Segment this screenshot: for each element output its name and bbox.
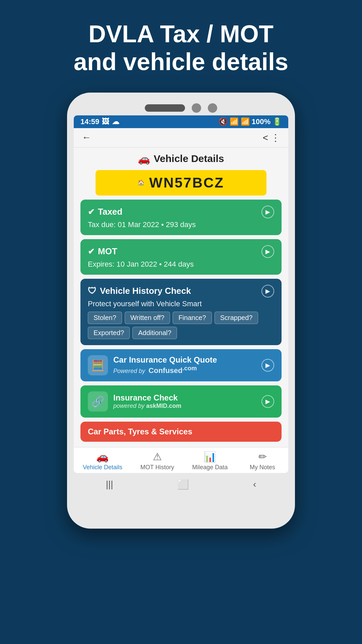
back-button[interactable]: ← bbox=[82, 132, 91, 143]
mot-title: MOT bbox=[98, 246, 117, 257]
taxed-title-left: ✔ Taxed bbox=[88, 207, 122, 217]
insurance-quote-text: Car Insurance Quick Quote Powered by Con… bbox=[113, 355, 256, 375]
bottom-recent-btn[interactable]: ||| bbox=[106, 479, 113, 490]
tab-vehicle-details-label: Vehicle Details bbox=[83, 464, 122, 471]
car-parts-card[interactable]: Car Parts, Tyres & Services bbox=[80, 422, 282, 442]
nav-bar: ← < ⋮ bbox=[74, 128, 288, 148]
notes-tab-icon: ✏ bbox=[258, 451, 267, 463]
mileage-tab-icon: 📊 bbox=[204, 451, 216, 463]
tab-vehicle-details[interactable]: 🚗 Vehicle Details bbox=[83, 451, 122, 471]
insurance-check-card[interactable]: 🔗 Insurance Check powered by askMID.com … bbox=[80, 385, 282, 418]
history-title: Vehicle History Check bbox=[100, 286, 191, 296]
mot-card[interactable]: ✔ MOT ▶ Expires: 10 Jan 2022 • 244 days bbox=[80, 239, 282, 275]
phone-speaker bbox=[145, 104, 185, 112]
phone-screen: 14:59 🖼 ☁ 🔇 📶 📶 100% 🔋 ← < ⋮ 🚗 Vehicle D… bbox=[74, 115, 288, 473]
tag-finance[interactable]: Finance? bbox=[173, 312, 212, 324]
tab-my-notes-label: My Notes bbox=[250, 464, 275, 471]
battery-text: 100% bbox=[252, 117, 270, 126]
tag-stolen[interactable]: Stolen? bbox=[88, 312, 122, 324]
insurance-check-text: Insurance Check powered by askMID.com bbox=[113, 393, 256, 410]
bottom-back-btn[interactable]: ‹ bbox=[253, 479, 256, 490]
garage-icon: 🏠 bbox=[138, 179, 144, 186]
mot-checkmark-icon: ✔ bbox=[88, 247, 95, 256]
status-bar: 14:59 🖼 ☁ 🔇 📶 📶 100% 🔋 bbox=[74, 115, 288, 128]
history-check-card[interactable]: 🛡 Vehicle History Check ▶ Protect yourse… bbox=[80, 279, 282, 345]
phone-frame: 14:59 🖼 ☁ 🔇 📶 📶 100% 🔋 ← < ⋮ 🚗 Vehicle D… bbox=[67, 93, 295, 529]
taxed-card[interactable]: ✔ Taxed ▶ Tax due: 01 Mar 2022 • 293 day… bbox=[80, 200, 282, 235]
mot-arrow[interactable]: ▶ bbox=[261, 245, 274, 258]
mot-history-tab-icon: ⚠ bbox=[153, 451, 162, 463]
status-left: 14:59 🖼 ☁ bbox=[80, 117, 119, 126]
signal-icon: 📶 bbox=[241, 117, 250, 126]
tab-mot-history[interactable]: ⚠ MOT History bbox=[140, 451, 174, 471]
tab-mileage-data-label: Mileage Data bbox=[192, 464, 228, 471]
taxed-subtitle: Tax due: 01 Mar 2022 • 293 days bbox=[88, 220, 274, 229]
tab-my-notes[interactable]: ✏ My Notes bbox=[246, 451, 279, 471]
page-title-area: 🚗 Vehicle Details bbox=[80, 153, 282, 165]
history-tags: Stolen? Written off? Finance? Scrapped? … bbox=[88, 312, 274, 339]
mot-title-left: ✔ MOT bbox=[88, 246, 117, 257]
tab-mot-history-label: MOT History bbox=[140, 464, 174, 471]
vehicle-details-tab-icon: 🚗 bbox=[96, 451, 109, 463]
mot-title-row: ✔ MOT ▶ bbox=[88, 245, 274, 258]
insurance-check-title: Insurance Check bbox=[113, 393, 256, 402]
share-button[interactable]: < ⋮ bbox=[263, 132, 280, 143]
phone-camera-1 bbox=[192, 103, 201, 113]
tag-exported[interactable]: Exported? bbox=[88, 327, 130, 339]
hero-title: DVLA Tax / MOT and vehicle details bbox=[54, 20, 308, 76]
phone-top-bar bbox=[74, 99, 288, 115]
plate-number: WN57BCZ bbox=[149, 175, 224, 191]
insurance-quote-title: Car Insurance Quick Quote bbox=[113, 355, 256, 365]
battery-icon: 🔋 bbox=[273, 117, 282, 126]
insurance-check-arrow[interactable]: ▶ bbox=[261, 395, 274, 408]
tag-written-off[interactable]: Written off? bbox=[125, 312, 170, 324]
taxed-title-row: ✔ Taxed ▶ bbox=[88, 206, 274, 218]
parts-title: Car Parts, Tyres & Services bbox=[88, 427, 192, 436]
license-plate: 🏠 WN57BCZ bbox=[96, 170, 266, 196]
tag-scrapped[interactable]: Scrapped? bbox=[215, 312, 258, 324]
tab-bar: 🚗 Vehicle Details ⚠ MOT History 📊 Mileag… bbox=[74, 447, 288, 473]
calculator-icon: 🧮 bbox=[88, 355, 108, 375]
gallery-icon: 🖼 bbox=[102, 117, 109, 126]
insurance-quote-card[interactable]: 🧮 Car Insurance Quick Quote Powered by C… bbox=[80, 349, 282, 381]
insurance-check-powered: powered by askMID.com bbox=[113, 402, 256, 410]
history-title-left: 🛡 Vehicle History Check bbox=[88, 286, 191, 296]
tag-additional[interactable]: Additional? bbox=[132, 327, 177, 339]
shield-icon: 🛡 bbox=[88, 286, 97, 296]
status-right: 🔇 📶 📶 100% 🔋 bbox=[219, 117, 282, 126]
tab-mileage-data[interactable]: 📊 Mileage Data bbox=[192, 451, 228, 471]
confused-brand: Confused.com bbox=[148, 366, 197, 375]
insurance-quote-arrow[interactable]: ▶ bbox=[261, 359, 274, 372]
cloud-icon: ☁ bbox=[112, 117, 119, 126]
history-subtitle: Protect yourself with Vehicle Smart bbox=[88, 300, 274, 308]
status-time: 14:59 bbox=[80, 117, 99, 126]
taxed-arrow[interactable]: ▶ bbox=[261, 206, 274, 218]
screen-content: 🚗 Vehicle Details 🏠 WN57BCZ ✔ Taxed ▶ Ta… bbox=[74, 148, 288, 447]
page-title: Vehicle Details bbox=[154, 153, 224, 164]
car-icon: 🚗 bbox=[138, 153, 150, 165]
phone-bottom-nav: ||| ⬜ ‹ bbox=[74, 473, 288, 493]
history-arrow[interactable]: ▶ bbox=[261, 285, 274, 298]
bottom-home-btn[interactable]: ⬜ bbox=[177, 479, 189, 490]
phone-camera-2 bbox=[208, 103, 217, 113]
mot-subtitle: Expires: 10 Jan 2022 • 244 days bbox=[88, 260, 274, 269]
history-title-row: 🛡 Vehicle History Check ▶ bbox=[88, 285, 274, 298]
link-icon: 🔗 bbox=[88, 391, 108, 412]
insurance-quote-powered: Powered by Confused.com bbox=[113, 365, 256, 375]
checkmark-icon: ✔ bbox=[88, 207, 95, 217]
mute-icon: 🔇 bbox=[219, 117, 228, 126]
taxed-title: Taxed bbox=[98, 207, 122, 217]
wifi-icon: 📶 bbox=[230, 117, 239, 126]
